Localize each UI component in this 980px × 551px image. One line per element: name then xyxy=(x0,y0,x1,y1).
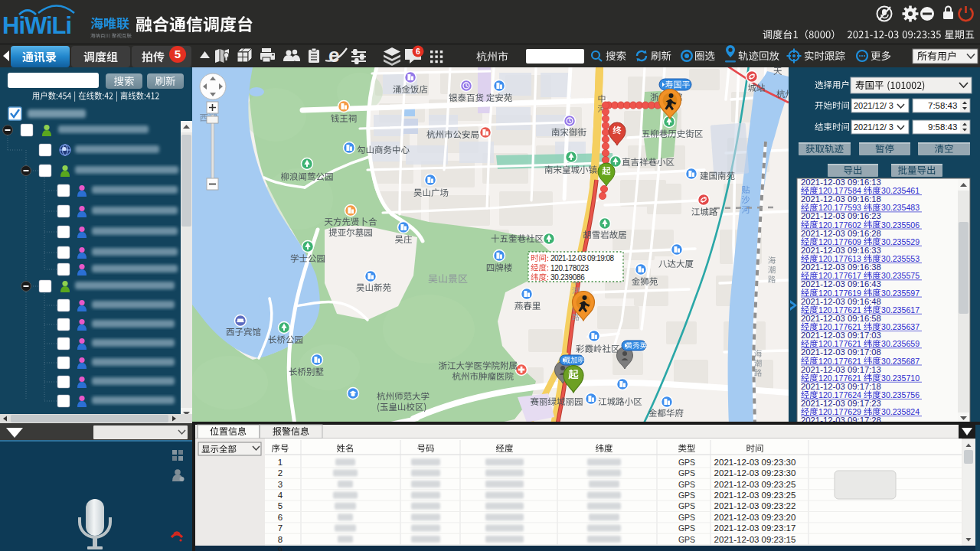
svg-text:30.235529: 30.235529 xyxy=(881,237,920,246)
svg-text:2: 2 xyxy=(278,468,283,478)
svg-text:9:58:43: 9:58:43 xyxy=(928,122,957,132)
svg-text:7:58:43: 7:58:43 xyxy=(928,101,957,110)
svg-text:30.235824: 30.235824 xyxy=(881,407,920,416)
svg-text:30.235506: 30.235506 xyxy=(881,220,920,230)
svg-text:2021-12-03 09:19:08: 2021-12-03 09:19:08 xyxy=(550,254,614,262)
svg-text:120.178023: 120.178023 xyxy=(550,264,590,272)
svg-text:2021-12-03 09:23:30: 2021-12-03 09:23:30 xyxy=(714,468,796,478)
svg-text:2021-12-03 09:23:30: 2021-12-03 09:23:30 xyxy=(714,458,796,467)
svg-text:4: 4 xyxy=(278,491,283,500)
svg-text:30.235710: 30.235710 xyxy=(881,373,920,383)
svg-text:GPS: GPS xyxy=(678,513,695,522)
svg-text:GPS: GPS xyxy=(678,523,695,533)
svg-text:2021-12-03 09:23:15: 2021-12-03 09:23:15 xyxy=(714,535,796,544)
svg-text:2021-12-03 09:23:22: 2021-12-03 09:23:22 xyxy=(714,501,796,510)
svg-text:8: 8 xyxy=(278,535,283,544)
svg-text:5: 5 xyxy=(175,47,181,60)
svg-text:30.235461: 30.235461 xyxy=(881,186,920,195)
svg-text:5: 5 xyxy=(278,501,283,510)
svg-text:6: 6 xyxy=(278,513,283,522)
svg-text:3: 3 xyxy=(278,480,283,489)
svg-text:30.235553: 30.235553 xyxy=(881,254,920,263)
svg-text:2021-12-03 09:23:17: 2021-12-03 09:23:17 xyxy=(714,523,796,533)
svg-text:GPS: GPS xyxy=(678,535,695,544)
svg-text:GPS: GPS xyxy=(678,458,695,467)
svg-text:HiWiLi: HiWiLi xyxy=(2,12,71,39)
svg-text:7: 7 xyxy=(278,523,283,533)
svg-text:2021-12-03 09:23:25: 2021-12-03 09:23:25 xyxy=(714,480,796,489)
svg-text:30.235597: 30.235597 xyxy=(881,289,920,298)
svg-text:30.239086: 30.239086 xyxy=(550,273,585,282)
svg-text:30.235617: 30.235617 xyxy=(881,305,920,315)
svg-text:GPS: GPS xyxy=(678,480,695,489)
svg-text:30.235637: 30.235637 xyxy=(881,322,920,331)
svg-text:30.235483: 30.235483 xyxy=(881,203,920,212)
svg-text:e: e xyxy=(328,44,339,67)
svg-text:GPS: GPS xyxy=(678,501,695,510)
svg-text:9: 9 xyxy=(278,546,283,551)
svg-text:2021-12-03 09:23:20: 2021-12-03 09:23:20 xyxy=(714,513,796,522)
svg-text:2021/12/ 3: 2021/12/ 3 xyxy=(854,101,893,110)
svg-text:1: 1 xyxy=(278,458,283,467)
svg-text:2021-12-03 09:23:25: 2021-12-03 09:23:25 xyxy=(714,491,796,500)
svg-text:30.235575: 30.235575 xyxy=(881,271,920,280)
svg-text:2021/12/ 3: 2021/12/ 3 xyxy=(854,122,893,132)
svg-text:30.235687: 30.235687 xyxy=(881,357,920,366)
svg-text:6: 6 xyxy=(416,47,420,56)
svg-text:GPS: GPS xyxy=(678,468,695,478)
svg-text:30.235659: 30.235659 xyxy=(881,339,920,348)
svg-text:30.235756: 30.235756 xyxy=(881,390,920,399)
svg-text:GPS: GPS xyxy=(678,491,695,500)
